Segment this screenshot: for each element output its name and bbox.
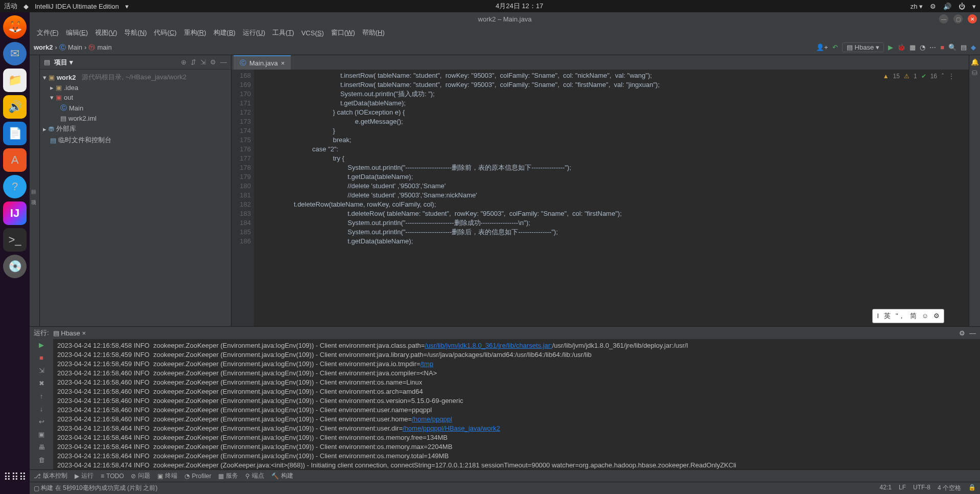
notifications-icon[interactable]: 🔔 <box>971 58 979 66</box>
dock-terminal-icon[interactable]: >_ <box>3 228 27 252</box>
menu-item[interactable]: 视图(V) <box>92 27 120 38</box>
menu-icon[interactable]: ⋮ <box>948 72 954 81</box>
line-gutter[interactable]: 1681691701711721731741751761771781791801… <box>231 70 254 326</box>
project-tree[interactable]: ▾▣work2 源代码根目录, ~/HBase_java/work2 ▸▣.id… <box>40 70 231 148</box>
breadcrumb-class[interactable]: Main <box>68 43 82 51</box>
ime-popup[interactable]: I 英 "， 简 ☺ ⚙ <box>872 309 944 323</box>
volume-icon[interactable]: 🔊 <box>943 3 951 10</box>
menu-item[interactable]: 帮助(H) <box>359 27 388 38</box>
expand-icon[interactable]: ˄ <box>941 72 944 81</box>
layout-icon[interactable]: ⇲ <box>39 367 44 374</box>
stop-icon[interactable]: ■ <box>940 43 944 51</box>
console-output[interactable]: 2023-04-24 12:16:58,458 INFO zookeeper.Z… <box>53 339 980 469</box>
coverage-icon[interactable]: ▦ <box>909 43 916 51</box>
tab-main-java[interactable]: Ⓒ Main.java × <box>234 55 291 70</box>
assistant-icon[interactable]: ◆ <box>971 43 976 51</box>
minimize-button[interactable]: — <box>939 14 948 24</box>
menu-item[interactable]: 代码(C) <box>151 27 179 38</box>
collapse-all-icon[interactable]: ⇲ <box>200 58 206 66</box>
dock-firefox-icon[interactable]: 🦊 <box>3 15 27 39</box>
exit-icon[interactable]: ✖ <box>39 379 44 387</box>
tw-services[interactable]: ▦ 服务 <box>218 471 238 480</box>
profile-icon[interactable]: ◔ <box>920 43 925 51</box>
app-dropdown-icon[interactable]: ▾ <box>125 3 129 10</box>
file-encoding[interactable]: UTF-8 <box>913 484 930 492</box>
dock-writer-icon[interactable]: 📄 <box>3 122 27 145</box>
system-menu-icon[interactable]: ▾ <box>972 3 976 10</box>
dock-rhythmbox-icon[interactable]: 🔊 <box>3 95 27 119</box>
select-opened-icon[interactable]: ⊕ <box>181 58 186 66</box>
wrap-icon[interactable]: ↩ <box>39 418 44 425</box>
tw-endpoints[interactable]: ⚲ 端点 <box>245 471 264 480</box>
up-icon[interactable]: ↑ <box>40 392 43 400</box>
menu-item[interactable]: 窗口(W) <box>328 27 358 38</box>
hide-run-icon[interactable]: — <box>969 329 976 337</box>
tw-build[interactable]: 🔨 构建 <box>271 471 293 480</box>
run-settings-icon[interactable]: ⚙ <box>959 329 965 337</box>
tw-problems[interactable]: ⊘ 问题 <box>131 471 150 480</box>
menu-item[interactable]: 构建(B) <box>211 27 239 38</box>
indent-info[interactable]: 4 个空格 <box>938 484 961 492</box>
breadcrumb-method[interactable]: main <box>97 43 111 51</box>
menu-item[interactable]: 重构(R) <box>181 27 209 38</box>
expand-all-icon[interactable]: ⇵ <box>191 58 196 66</box>
right-tool-strip[interactable]: 🔔 ⛁ <box>969 55 980 326</box>
tw-todo[interactable]: ≡ TODO <box>101 473 124 480</box>
network-icon[interactable]: ⚙ <box>930 3 936 10</box>
debug-icon[interactable]: 🐞 <box>897 43 905 51</box>
dock-intellij-icon[interactable]: IJ <box>3 201 27 225</box>
add-config-icon[interactable]: 👤+ <box>816 43 828 51</box>
close-tab-icon[interactable]: × <box>281 59 285 67</box>
tw-run[interactable]: ▶ 运行 <box>75 471 94 480</box>
panel-settings-icon[interactable]: ⚙ <box>210 58 216 66</box>
ime-settings-icon[interactable]: ⚙ <box>934 311 940 321</box>
print-icon[interactable]: 🖶 <box>38 443 45 451</box>
cursor-position[interactable]: 42:1 <box>880 484 892 492</box>
ime-emoji-icon[interactable]: ☺ <box>922 311 928 321</box>
code-area[interactable]: 1681691701711721731741751761771781791801… <box>231 70 969 326</box>
input-lang-indicator[interactable]: zh ▾ <box>911 3 923 10</box>
menu-item[interactable]: VCS(S) <box>298 28 327 38</box>
line-separator[interactable]: LF <box>899 484 906 492</box>
panel-menu-icon[interactable]: ▤ <box>44 58 50 66</box>
maximize-button[interactable]: ▢ <box>953 14 963 24</box>
project-panel-title[interactable]: 项目 ▾ <box>54 58 73 67</box>
run-icon[interactable]: ▶ <box>888 43 893 51</box>
clock[interactable]: 4月24日 12：17 <box>129 2 911 11</box>
tw-vcs[interactable]: ⎇ 版本控制 <box>34 471 67 480</box>
more-run-icon[interactable]: ⋯ <box>929 43 936 51</box>
tw-terminal[interactable]: ▣ 终端 <box>157 471 177 480</box>
menu-item[interactable]: 编辑(E) <box>63 27 91 38</box>
settings-icon[interactable]: ▤ <box>961 43 967 51</box>
dock-thunderbird-icon[interactable]: ✉ <box>3 42 27 65</box>
down-icon[interactable]: ↓ <box>40 405 43 413</box>
status-icon[interactable]: ▢ <box>34 485 39 492</box>
menu-item[interactable]: 导航(N) <box>121 27 150 38</box>
dock-files-icon[interactable]: 📁 <box>3 69 27 92</box>
close-button[interactable]: ✕ <box>968 14 977 24</box>
app-name[interactable]: IntelliJ IDEA Ultimate Edition <box>35 3 119 10</box>
inspection-widget[interactable]: ▲15 ⚠1 ✔16 ˄ ⋮ <box>883 72 954 81</box>
hide-panel-icon[interactable]: — <box>220 58 227 66</box>
run-config-selector[interactable]: ▤ Hbase ▾ <box>842 42 884 52</box>
breadcrumb-project[interactable]: work2 <box>34 43 53 51</box>
code-content[interactable]: t.insertRow( tableName: "student", rowKe… <box>254 70 969 326</box>
tw-profiler[interactable]: ◔ Profiler <box>184 473 211 480</box>
rerun-icon[interactable]: ↶ <box>832 43 838 51</box>
left-tool-strip[interactable]: ▤ 项目 <box>30 55 40 326</box>
lock-icon[interactable]: 🔒 <box>968 484 976 492</box>
dock-help-icon[interactable]: ? <box>3 175 27 198</box>
rerun-run-icon[interactable]: ▶ <box>39 341 44 349</box>
search-icon[interactable]: 🔍 <box>948 43 956 51</box>
breadcrumb[interactable]: work2 › Ⓒ Main › ⓜ main <box>34 43 112 52</box>
menu-item[interactable]: 文件(F) <box>34 27 62 38</box>
stop-run-icon[interactable]: ■ <box>39 354 43 362</box>
menu-item[interactable]: 运行(U) <box>240 27 268 38</box>
scroll-icon[interactable]: ▣ <box>38 431 44 438</box>
menu-item[interactable]: 工具(T) <box>269 27 297 38</box>
dock-apps-icon[interactable]: ⠿⠿⠿ <box>3 465 27 489</box>
ime-punct-icon[interactable]: "， <box>896 311 905 321</box>
db-icon[interactable]: ⛁ <box>972 69 977 77</box>
activities-button[interactable]: 活动 <box>4 2 17 11</box>
dock-dvd-icon[interactable]: 💿 <box>3 255 27 278</box>
